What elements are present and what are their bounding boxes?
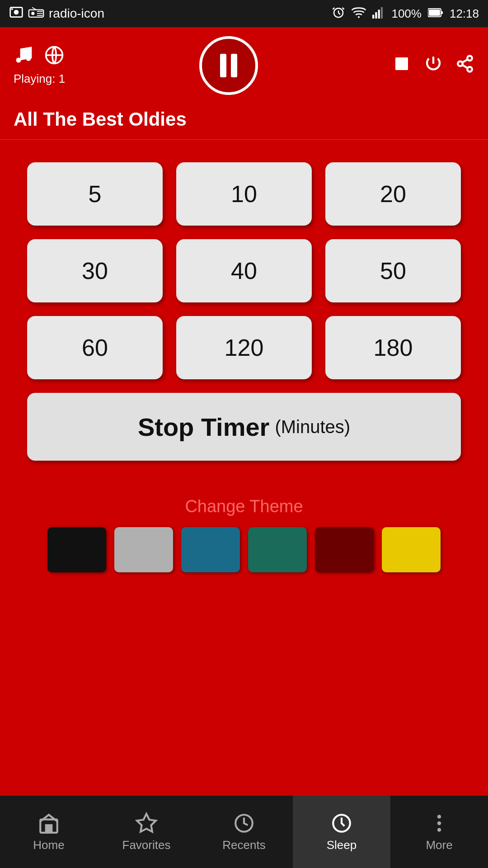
svg-line-11 <box>338 13 340 14</box>
station-name: All The Best Oldies <box>0 104 488 140</box>
wifi-icon <box>352 6 366 22</box>
nav-home[interactable]: Home <box>0 796 98 868</box>
stop-timer-label: Stop Timer <box>138 412 269 442</box>
theme-swatches <box>47 527 441 572</box>
svg-rect-15 <box>372 14 374 18</box>
alarm-icon <box>332 5 345 22</box>
svg-rect-25 <box>395 57 408 70</box>
share-button[interactable] <box>455 54 474 77</box>
stop-timer-sublabel: (Minutes) <box>275 417 350 437</box>
theme-section: Change Theme <box>0 497 488 572</box>
battery-level: 100% <box>391 7 422 21</box>
svg-point-14 <box>358 16 360 18</box>
photo-icon <box>9 5 23 23</box>
svg-line-29 <box>462 65 468 68</box>
nav-recents-label: Recents <box>222 838 265 852</box>
svg-line-13 <box>343 8 344 9</box>
nav-sleep-label: Sleep <box>327 838 357 852</box>
svg-point-28 <box>467 67 472 72</box>
sleep-icon <box>330 812 353 835</box>
nav-favorites[interactable]: Favorites <box>98 796 195 868</box>
nav-sleep[interactable]: Sleep <box>293 796 390 868</box>
timer-btn-10[interactable]: 10 <box>176 162 312 226</box>
more-icon <box>428 812 450 835</box>
timer-btn-20[interactable]: 20 <box>325 162 461 226</box>
signal-count: radio-icon <box>49 6 104 21</box>
radio-icon <box>28 5 44 23</box>
music-note-icon <box>14 45 33 69</box>
timer-btn-180[interactable]: 180 <box>325 316 461 379</box>
svg-point-2 <box>11 8 13 10</box>
player-controls-right <box>392 54 474 77</box>
timer-grid: 5 10 20 30 40 50 60 120 180 <box>27 162 461 379</box>
nav-favorites-label: Favorites <box>122 838 171 852</box>
status-left: radio-icon <box>9 5 104 23</box>
nav-more[interactable]: More <box>390 796 488 868</box>
player-bar: Playing: 1 <box>0 27 488 104</box>
nav-recents[interactable]: Recents <box>195 796 293 868</box>
stop-timer-button[interactable]: Stop Timer (Minutes) <box>27 393 461 461</box>
svg-rect-16 <box>375 12 377 19</box>
svg-line-12 <box>333 8 335 9</box>
svg-rect-20 <box>429 9 440 16</box>
svg-rect-32 <box>46 825 52 833</box>
pause-button[interactable] <box>199 36 258 95</box>
svg-point-4 <box>31 12 34 15</box>
svg-point-22 <box>16 58 21 63</box>
timer-section: 5 10 20 30 40 50 60 120 180 Stop Timer (… <box>0 140 488 497</box>
signal-icon <box>372 6 385 22</box>
timer-btn-60[interactable]: 60 <box>27 316 163 379</box>
svg-point-23 <box>26 56 31 61</box>
pause-icon <box>220 54 237 77</box>
favorites-icon <box>135 812 158 835</box>
svg-point-36 <box>437 815 441 818</box>
globe-icon[interactable] <box>44 45 64 69</box>
recents-icon <box>233 812 255 835</box>
theme-swatch-teal[interactable] <box>248 527 307 572</box>
theme-swatch-dark-red[interactable] <box>315 527 374 572</box>
theme-swatch-blue[interactable] <box>181 527 240 572</box>
svg-line-30 <box>462 59 468 62</box>
timer-btn-30[interactable]: 30 <box>27 239 163 302</box>
battery-icon <box>428 7 443 21</box>
timer-btn-50[interactable]: 50 <box>325 239 461 302</box>
svg-point-37 <box>437 821 441 825</box>
theme-swatch-gray[interactable] <box>114 527 173 572</box>
clock-time: 12:18 <box>450 7 479 21</box>
bottom-nav: Home Favorites Recents Sleep More <box>0 796 488 868</box>
svg-point-27 <box>458 61 463 66</box>
change-theme-label: Change Theme <box>185 497 303 516</box>
status-right: 100% 12:18 <box>332 5 479 22</box>
home-icon <box>38 812 60 835</box>
svg-rect-18 <box>381 7 383 18</box>
player-left: Playing: 1 <box>14 45 65 86</box>
theme-swatch-black[interactable] <box>47 527 106 572</box>
svg-marker-33 <box>137 814 156 832</box>
theme-swatch-yellow[interactable] <box>382 527 441 572</box>
svg-point-1 <box>14 9 19 14</box>
nav-home-label: Home <box>33 838 64 852</box>
timer-btn-40[interactable]: 40 <box>176 239 312 302</box>
svg-point-26 <box>467 56 472 61</box>
stop-button[interactable] <box>392 54 411 77</box>
timer-btn-120[interactable]: 120 <box>176 316 312 379</box>
playing-text: Playing: 1 <box>14 72 65 86</box>
player-icons <box>14 45 64 69</box>
power-button[interactable] <box>424 54 443 77</box>
svg-rect-17 <box>378 9 380 19</box>
status-bar: radio-icon 100% 12:18 <box>0 0 488 27</box>
timer-btn-5[interactable]: 5 <box>27 162 163 226</box>
svg-rect-21 <box>441 11 443 14</box>
nav-more-label: More <box>426 838 452 852</box>
svg-point-38 <box>437 828 441 831</box>
